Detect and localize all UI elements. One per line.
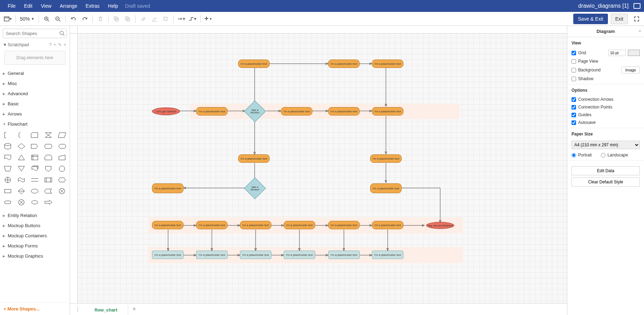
view-mode-button[interactable]: ▾	[3, 14, 13, 24]
shape-offpage[interactable]	[43, 164, 54, 173]
scratchpad-add-icon[interactable]: +	[53, 42, 57, 47]
category-basic[interactable]: ▶Basic	[0, 99, 70, 109]
shape-summing[interactable]	[56, 187, 68, 196]
shape-database[interactable]	[2, 142, 14, 151]
menu-extras[interactable]: Extras	[82, 0, 104, 12]
flow-node-proc[interactable]: I'm a placeholder text	[372, 107, 403, 115]
shape-internal-storage[interactable]	[29, 153, 41, 162]
shape-or[interactable]	[2, 175, 14, 184]
shape-multi-doc[interactable]	[29, 164, 41, 173]
menu-file[interactable]: File	[4, 0, 20, 12]
shape-terminator[interactable]	[2, 198, 14, 207]
landscape-radio[interactable]	[601, 153, 605, 158]
flow-node-proc[interactable]: I'm a placeholder text	[370, 154, 402, 163]
shape-card[interactable]	[29, 131, 41, 140]
flow-node-proc[interactable]: I'm a placeholder text	[328, 59, 360, 68]
flow-node-sub[interactable]: I'm a placeholder text	[240, 251, 271, 259]
menu-view[interactable]: View	[37, 0, 56, 12]
to-front-button[interactable]	[111, 14, 121, 24]
save-exit-button[interactable]: Save & Exit	[573, 14, 608, 24]
shadow-button[interactable]	[161, 14, 171, 24]
shape-connector[interactable]	[56, 164, 68, 173]
flow-node-proc[interactable]: I'm a placeholder text	[328, 107, 360, 115]
shape-collate[interactable]	[43, 131, 54, 140]
shape-summing2[interactable]	[16, 198, 27, 207]
grid-checkbox[interactable]	[572, 51, 576, 55]
document-title[interactable]: drawio_diagrams [1]	[578, 3, 629, 9]
zoom-in-button[interactable]	[42, 14, 51, 24]
shape-annotation2[interactable]	[16, 131, 27, 140]
category-entity-relation[interactable]: ▶Entity Relation	[0, 210, 70, 220]
category-mockup-containers[interactable]: ▶Mockup Containers	[0, 231, 70, 241]
exit-button[interactable]: Exit	[611, 14, 628, 24]
page-tabs-menu-icon[interactable]: ⋮	[71, 306, 84, 313]
menu-help[interactable]: Help	[104, 0, 122, 12]
waypoint-button[interactable]: ▾	[188, 14, 198, 24]
menu-arrange[interactable]: Arrange	[56, 0, 82, 12]
scratchpad-help-icon[interactable]: ?	[48, 42, 52, 47]
grid-size-input[interactable]	[608, 50, 626, 56]
shadow-checkbox[interactable]	[572, 77, 576, 81]
flow-node-proc[interactable]: I'm a placeholder text	[196, 107, 228, 115]
zoom-out-button[interactable]	[53, 14, 63, 24]
more-shapes-button[interactable]: + More Shapes...	[0, 302, 70, 315]
shape-direct-data[interactable]	[43, 142, 54, 151]
chevron-down-icon[interactable]: ▼	[3, 42, 7, 47]
flow-node-sub[interactable]: I'm a placeholder text	[196, 251, 228, 259]
conn-points-checkbox[interactable]	[572, 105, 576, 110]
flow-node-proc[interactable]: I'm a placeholder text	[196, 221, 228, 229]
shape-parallel[interactable]	[29, 175, 41, 184]
category-general[interactable]: ▶General	[0, 68, 70, 78]
flow-node-sub[interactable]: I'm a placeholder text	[152, 251, 183, 259]
flow-node-proc[interactable]: I'm a placeholder text	[152, 183, 183, 193]
flow-node-proc[interactable]: I'm a placeholder text	[238, 154, 270, 163]
page-tab-flowchart[interactable]: flow_chart	[84, 303, 128, 315]
flow-node-proc[interactable]: I'm a placeholder text	[281, 107, 312, 115]
shape-ellipse2[interactable]	[29, 198, 41, 207]
shape-display[interactable]	[56, 142, 68, 151]
background-image-button[interactable]: Image	[621, 66, 640, 74]
scratchpad-dropzone[interactable]: Drag elements here	[4, 51, 65, 65]
canvas[interactable]: I'm a placeholder text I'm a placeholder…	[70, 26, 567, 315]
grid-color-swatch[interactable]	[628, 50, 640, 56]
search-shapes-input[interactable]	[3, 29, 67, 38]
shape-merge[interactable]	[16, 164, 27, 173]
shape-manual-op[interactable]	[2, 164, 14, 173]
flow-node-sub[interactable]: I'm a placeholder text	[328, 251, 360, 259]
shape-decision[interactable]	[16, 142, 27, 151]
scratchpad-edit-icon[interactable]: ✎	[57, 42, 62, 47]
close-panel-icon[interactable]: ×	[638, 28, 641, 34]
autosave-checkbox[interactable]	[572, 120, 576, 125]
flow-node-proc[interactable]: I'm a placeholder text	[372, 59, 403, 68]
insert-button[interactable]: +▼	[203, 14, 213, 24]
conn-arrows-checkbox[interactable]	[572, 97, 576, 102]
connection-button[interactable]: ▾	[176, 14, 186, 24]
flow-node-proc[interactable]: I'm a placeholder text	[328, 221, 360, 229]
paper-size-select[interactable]: A4 (210 mm x 297 mm)	[572, 141, 640, 149]
shape-sort[interactable]	[16, 187, 27, 196]
guides-checkbox[interactable]	[572, 113, 576, 117]
flow-node-proc[interactable]: I'm a placeholder text	[152, 221, 183, 229]
edit-data-button[interactable]: Edit Data	[572, 166, 640, 175]
add-page-tab-button[interactable]: +	[128, 306, 140, 313]
delete-button[interactable]	[96, 14, 105, 24]
shape-delay[interactable]	[29, 142, 41, 151]
redo-button[interactable]	[80, 14, 90, 24]
page-view-checkbox[interactable]	[572, 59, 576, 64]
line-color-button[interactable]	[150, 14, 159, 24]
clear-style-button[interactable]: Clear Default Style	[572, 177, 640, 187]
shape-data[interactable]	[56, 131, 68, 140]
shape-extract[interactable]	[16, 153, 27, 162]
scratchpad-close-icon[interactable]: ×	[63, 42, 67, 47]
category-flowchart[interactable]: ▼Flowchart	[0, 119, 70, 129]
shape-start[interactable]	[29, 187, 41, 196]
flow-node-end[interactable]: Yay, we are finished!	[426, 222, 454, 229]
flow-node-sub[interactable]: I'm a placeholder text	[372, 251, 403, 259]
flow-node-proc[interactable]: I'm a placeholder text	[372, 221, 403, 229]
shape-predef-process[interactable]	[43, 175, 54, 184]
category-mockup-forms[interactable]: ▶Mockup Forms	[0, 241, 70, 251]
shape-loop-limit[interactable]	[43, 153, 54, 162]
background-checkbox[interactable]	[572, 68, 576, 72]
category-arrows[interactable]: ▶Arrows	[0, 109, 70, 119]
category-advanced[interactable]: ▶Advanced	[0, 89, 70, 99]
